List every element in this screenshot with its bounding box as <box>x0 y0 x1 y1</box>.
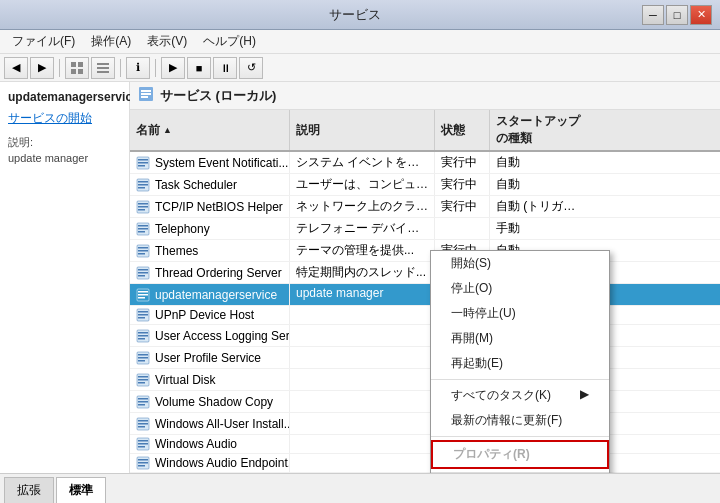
table-row[interactable]: User Access Logging Ser... 自動 (遅延開始) <box>130 325 720 347</box>
left-panel: updatemanagerservice サービスの開始 説明: update … <box>0 82 130 473</box>
cell-name: User Profile Service <box>130 347 290 368</box>
svg-rect-28 <box>138 247 148 249</box>
service-icon <box>136 178 152 192</box>
table-row[interactable]: UPnP Device Host <box>130 306 720 325</box>
cell-desc: システム イベントを監... <box>290 152 435 173</box>
service-icon <box>136 308 152 322</box>
service-desc: update manager <box>8 152 121 164</box>
table-row[interactable]: User Profile Service 実行中 自動 <box>130 347 720 369</box>
start-button[interactable]: ▶ <box>161 57 185 79</box>
cell-name: Windows Audio <box>130 435 290 453</box>
view-button[interactable] <box>65 57 89 79</box>
maximize-button[interactable]: □ <box>666 5 688 25</box>
menu-item-操作a[interactable]: 操作(A) <box>83 31 139 52</box>
table-header: 名前 ▲ 説明 状態 スタートアップの種類 <box>130 110 720 152</box>
table-row[interactable]: Telephony テレフォニー デバイス... 手動 <box>130 218 720 240</box>
cell-status: 実行中 <box>435 196 490 217</box>
context-menu-item[interactable]: 再起動(E) <box>431 351 609 376</box>
col-header-desc[interactable]: 説明 <box>290 110 435 150</box>
table-row[interactable]: Task Scheduler ユーザーは、コンピュー... 実行中 自動 <box>130 174 720 196</box>
table-row[interactable]: Windows Audio Endpoint... <box>130 454 720 473</box>
minimize-button[interactable]: ─ <box>642 5 664 25</box>
service-icon <box>136 288 152 302</box>
cell-desc: テレフォニー デバイス... <box>290 218 435 239</box>
svg-rect-25 <box>138 228 148 230</box>
table-row[interactable]: Windows Audio <box>130 435 720 454</box>
svg-rect-68 <box>138 459 148 461</box>
context-menu-separator <box>431 436 609 437</box>
start-service-link[interactable]: サービスの開始 <box>8 110 121 127</box>
svg-rect-6 <box>97 71 109 73</box>
service-icon <box>136 437 152 451</box>
svg-rect-4 <box>97 63 109 65</box>
cell-desc: ネットワーク上のクライ... <box>290 196 435 217</box>
table-row[interactable]: System Event Notificati... システム イベントを監..… <box>130 152 720 174</box>
svg-rect-48 <box>138 354 148 356</box>
separator-2 <box>120 59 121 77</box>
pause-button[interactable]: ⏸ <box>213 57 237 79</box>
cell-desc <box>290 369 435 390</box>
context-menu-item[interactable]: プロパティ(R) <box>431 440 609 469</box>
col-header-name[interactable]: 名前 ▲ <box>130 110 290 150</box>
context-menu-item[interactable]: すべてのタスク(K)▶ <box>431 383 609 408</box>
service-icon <box>136 156 152 170</box>
svg-rect-65 <box>138 443 148 445</box>
svg-rect-17 <box>138 184 148 186</box>
cell-name: Volume Shadow Copy <box>130 391 290 412</box>
right-panel-header: サービス (ローカル) <box>130 82 720 110</box>
services-icon <box>138 86 154 105</box>
tab-拡張[interactable]: 拡張 <box>4 477 54 503</box>
right-panel: サービス (ローカル) 名前 ▲ 説明 状態 スタートアップの種類 Syst <box>130 82 720 473</box>
table-row[interactable]: Virtual Disk 手動 <box>130 369 720 391</box>
svg-rect-37 <box>138 294 148 296</box>
svg-rect-26 <box>138 231 145 233</box>
context-menu-item[interactable]: 停止(O) <box>431 276 609 301</box>
table-row[interactable]: Thread Ordering Server 特定期間内のスレッド... 手動 <box>130 262 720 284</box>
cell-name: Windows All-User Install... <box>130 413 290 434</box>
close-button[interactable]: ✕ <box>690 5 712 25</box>
tab-標準[interactable]: 標準 <box>56 477 106 503</box>
svg-rect-8 <box>141 90 151 92</box>
context-menu-item[interactable]: 最新の情報に更新(F) <box>431 408 609 433</box>
svg-rect-50 <box>138 360 145 362</box>
service-name: updatemanagerservice <box>8 90 121 104</box>
svg-rect-22 <box>138 209 145 211</box>
cell-startup: 自動 <box>490 174 590 195</box>
svg-rect-69 <box>138 462 148 464</box>
stop-button[interactable]: ■ <box>187 57 211 79</box>
context-menu-item[interactable]: 再開(M) <box>431 326 609 351</box>
menu-item-ヘルプh[interactable]: ヘルプ(H) <box>195 31 264 52</box>
submenu-arrow: ▶ <box>580 387 589 404</box>
svg-rect-2 <box>71 69 76 74</box>
table-row[interactable]: Themes テーマの管理を提供... 実行中 自動 <box>130 240 720 262</box>
context-menu-item[interactable]: 開始(S) <box>431 251 609 276</box>
table-row[interactable]: Windows All-User Install... 自動 (トリガー開始) <box>130 413 720 435</box>
back-button[interactable]: ◀ <box>4 57 28 79</box>
restart-button[interactable]: ↺ <box>239 57 263 79</box>
table-row[interactable]: Volume Shadow Copy 手動 <box>130 391 720 413</box>
table-row[interactable]: TCP/IP NetBIOS Helper ネットワーク上のクライ... 実行中… <box>130 196 720 218</box>
col-header-startup[interactable]: スタートアップの種類 <box>490 110 590 150</box>
table-body[interactable]: System Event Notificati... システム イベントを監..… <box>130 152 720 473</box>
info-button[interactable]: ℹ <box>126 57 150 79</box>
col-header-status[interactable]: 状態 <box>435 110 490 150</box>
svg-rect-46 <box>138 338 145 340</box>
cell-name: Windows Audio Endpoint... <box>130 454 290 472</box>
svg-rect-32 <box>138 269 148 271</box>
menu-item-ファイルf[interactable]: ファイル(F) <box>4 31 83 52</box>
svg-rect-45 <box>138 335 148 337</box>
svg-rect-30 <box>138 253 145 255</box>
cell-name: User Access Logging Ser... <box>130 325 290 346</box>
cell-status: 実行中 <box>435 152 490 173</box>
forward-button[interactable]: ▶ <box>30 57 54 79</box>
table-row[interactable]: updatemanagerservice update manager 自動 <box>130 284 720 306</box>
svg-rect-61 <box>138 423 148 425</box>
svg-rect-66 <box>138 446 145 448</box>
cell-desc <box>290 306 435 324</box>
menu-item-表示v[interactable]: 表示(V) <box>139 31 195 52</box>
details-button[interactable] <box>91 57 115 79</box>
cell-desc <box>290 435 435 453</box>
svg-rect-58 <box>138 404 145 406</box>
service-icon <box>136 329 152 343</box>
context-menu-item[interactable]: 一時停止(U) <box>431 301 609 326</box>
